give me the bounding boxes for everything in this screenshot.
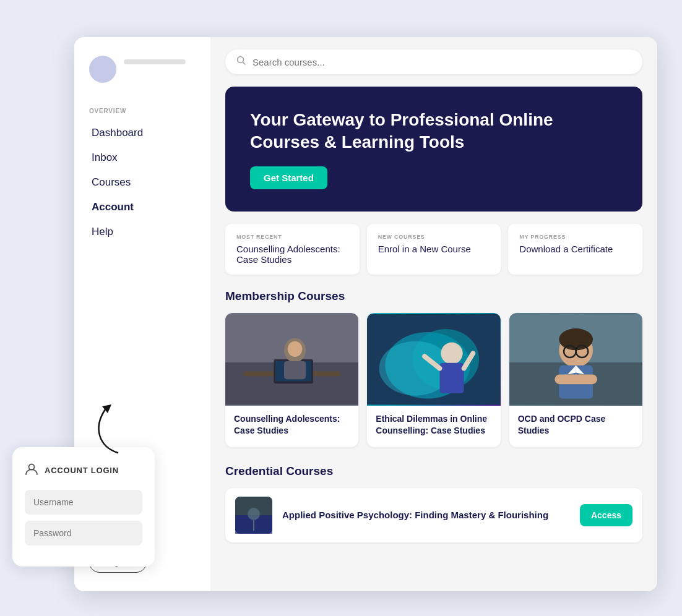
membership-section-title: Membership Courses — [225, 289, 642, 303]
quick-card-title-2: Download a Certificate — [519, 244, 631, 254]
avatar — [89, 56, 116, 83]
svg-rect-28 — [555, 374, 597, 384]
quick-actions: MOST RECENT Counselling Adolescents: Cas… — [225, 224, 642, 275]
quick-card-most-recent[interactable]: MOST RECENT Counselling Adolescents: Cas… — [225, 224, 360, 275]
svg-point-8 — [288, 341, 302, 356]
hero-title: Your Gateway to Professional Online Cour… — [250, 109, 559, 154]
sidebar-item-dashboard[interactable]: Dashboard — [89, 122, 196, 144]
courses-grid: Counselling Adolescents: Case Studies — [225, 313, 642, 447]
credential-thumbnail — [235, 497, 272, 534]
main-content: Your Gateway to Professional Online Cour… — [210, 37, 657, 591]
course-image-3 — [509, 313, 642, 406]
course-card-body-1: Counselling Adolescents: Case Studies — [225, 406, 358, 447]
search-bar — [225, 49, 642, 74]
course-card-name-3: OCD and OCPD Case Studies — [518, 413, 634, 437]
svg-point-20 — [559, 328, 593, 350]
course-image-2 — [367, 313, 500, 406]
search-input[interactable] — [253, 57, 631, 67]
hero-banner: Your Gateway to Professional Online Cour… — [225, 87, 642, 212]
quick-card-title-1: Enrol in a New Course — [378, 244, 490, 254]
user-icon — [25, 462, 38, 479]
sidebar-section-label: OVERVIEW — [89, 108, 196, 114]
credential-row-1: Applied Positive Psychology: Finding Mas… — [225, 488, 642, 542]
app-container: OVERVIEW Dashboard Inbox Courses Account… — [74, 37, 657, 591]
search-icon — [236, 56, 246, 68]
course-card-name-2: Ethical Dilemmas in Online Counselling: … — [376, 413, 491, 437]
svg-rect-14 — [440, 363, 464, 393]
course-card-2[interactable]: Ethical Dilemmas in Online Counselling: … — [367, 313, 500, 447]
username-bar — [124, 59, 186, 64]
svg-point-13 — [441, 342, 463, 364]
quick-card-new-courses[interactable]: NEW COURSES Enrol in a New Course — [367, 224, 501, 275]
sidebar-item-account[interactable]: Account — [89, 196, 196, 218]
membership-section: Membership Courses — [225, 289, 642, 447]
page-wrapper: OVERVIEW Dashboard Inbox Courses Account… — [0, 0, 682, 616]
username-field[interactable] — [25, 490, 142, 515]
quick-card-label-1: NEW COURSES — [378, 234, 490, 240]
svg-point-31 — [248, 508, 260, 520]
quick-card-progress[interactable]: MY PROGRESS Download a Certificate — [508, 224, 642, 275]
svg-rect-7 — [284, 361, 306, 379]
arrow-annotation — [80, 391, 155, 468]
course-card-1[interactable]: Counselling Adolescents: Case Studies — [225, 313, 358, 447]
password-field[interactable] — [25, 521, 142, 545]
get-started-button[interactable]: Get Started — [250, 166, 327, 189]
credential-title-1: Applied Positive Psychology: Finding Mas… — [282, 510, 570, 520]
course-card-body-2: Ethical Dilemmas in Online Counselling: … — [367, 406, 500, 447]
quick-card-title-0: Counselling Adolescents: Case Studies — [236, 244, 348, 265]
course-card-body-3: OCD and OCPD Case Studies — [509, 406, 642, 447]
sidebar-nav: Dashboard Inbox Courses Account Help — [89, 122, 196, 243]
credential-section-title: Credential Courses — [225, 464, 642, 478]
course-card-name-1: Counselling Adolescents: Case Studies — [234, 413, 350, 437]
sidebar-item-inbox[interactable]: Inbox — [89, 147, 196, 169]
credential-section: Credential Courses Applied Positive Psyc… — [225, 464, 642, 542]
quick-card-label-2: MY PROGRESS — [519, 234, 631, 240]
credential-access-button[interactable]: Access — [580, 504, 632, 526]
sidebar-item-courses[interactable]: Courses — [89, 171, 196, 194]
course-card-3[interactable]: OCD and OCPD Case Studies — [509, 313, 642, 447]
quick-card-label-0: MOST RECENT — [236, 234, 348, 240]
sidebar-item-help[interactable]: Help — [89, 221, 196, 243]
course-image-1 — [225, 313, 358, 406]
